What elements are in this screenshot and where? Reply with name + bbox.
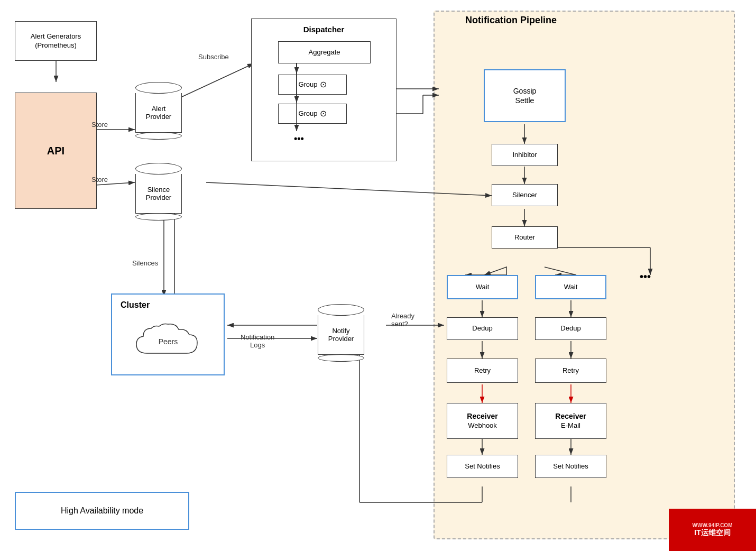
notify-provider-label: Notify Provider — [328, 327, 354, 343]
svg-line-6 — [180, 63, 254, 98]
receiver1-box: Receiver Webhook — [447, 403, 518, 439]
wait1-label: Wait — [476, 283, 490, 292]
store1-label: Store — [91, 121, 108, 128]
retry1-label: Retry — [474, 366, 491, 375]
notification-logs-label: Notification Logs — [241, 333, 274, 349]
retry1-box: Retry — [447, 359, 518, 383]
alert-provider-cylinder: Alert Provider — [135, 82, 182, 140]
dispatcher-box: Dispatcher Aggregate Group ⊙ Group ⊙ ••• — [251, 19, 397, 161]
retry2-label: Retry — [563, 366, 579, 375]
receiver1-sub-label: Webhook — [468, 421, 497, 430]
api-label: API — [47, 144, 64, 158]
alert-provider-label: Alert Provider — [146, 105, 171, 121]
retry2-box: Retry — [535, 359, 606, 383]
receiver1-label: Receiver — [467, 411, 497, 421]
router-label: Router — [514, 233, 535, 242]
watermark-title: IT运维空间 — [694, 528, 730, 538]
alert-generators-box: Alert Generators (Prometheus) — [15, 21, 97, 61]
wait1-box: Wait — [447, 275, 518, 299]
router-box: Router — [492, 226, 558, 249]
notify-provider-cylinder: Notify Provider — [317, 304, 365, 362]
gossip-settle-box: Gossip Settle — [484, 69, 566, 122]
store2-label: Store — [91, 176, 108, 183]
cluster-label: Cluster — [121, 300, 150, 311]
peers-cloud-svg: Peers — [126, 319, 210, 361]
receiver2-label: Receiver — [555, 411, 586, 421]
silencer-label: Silencer — [512, 191, 537, 200]
set-notifies2-label: Set Notifies — [553, 462, 588, 471]
wait2-label: Wait — [564, 283, 578, 292]
dispatcher-internal-arrows — [252, 19, 397, 162]
dedup1-label: Dedup — [472, 324, 492, 333]
gossip-settle-label: Gossip Settle — [513, 86, 537, 105]
router-dots: ••• — [640, 271, 651, 283]
receiver2-box: Receiver E-Mail — [535, 403, 606, 439]
dedup2-box: Dedup — [535, 317, 606, 340]
set-notifies1-label: Set Notifies — [465, 462, 500, 471]
subscribe-label: Subscribe — [198, 53, 229, 61]
svg-text:Peers: Peers — [158, 337, 178, 346]
watermark-url: WWW.94IP.COM — [693, 522, 733, 528]
watermark: WWW.94IP.COM IT运维空间 — [669, 509, 756, 551]
silences-label: Silences — [132, 259, 158, 267]
silence-provider-cylinder: Silence Provider — [135, 163, 182, 221]
silencer-box: Silencer — [492, 184, 558, 206]
ha-mode-label: High Availability mode — [61, 506, 143, 516]
notification-pipeline-title: Notification Pipeline — [465, 15, 557, 26]
dedup1-box: Dedup — [447, 317, 518, 340]
api-box: API — [15, 93, 97, 209]
ha-mode-box: High Availability mode — [15, 492, 189, 530]
inhibitor-label: Inhibitor — [512, 151, 537, 160]
already-sent-label: Already sent? — [391, 312, 414, 328]
peers-cloud: Peers — [126, 319, 210, 361]
silence-provider-label: Silence Provider — [146, 186, 171, 201]
inhibitor-box: Inhibitor — [492, 144, 558, 166]
set-notifies2-box: Set Notifies — [535, 455, 606, 478]
cluster-box: Cluster Peers — [111, 293, 225, 375]
dedup2-label: Dedup — [560, 324, 580, 333]
alert-generators-label: Alert Generators (Prometheus) — [31, 32, 81, 50]
receiver2-sub-label: E-Mail — [561, 421, 580, 430]
diagram-container: Notification Pipeline — [0, 0, 756, 551]
set-notifies1-box: Set Notifies — [447, 455, 518, 478]
wait2-box: Wait — [535, 275, 606, 299]
